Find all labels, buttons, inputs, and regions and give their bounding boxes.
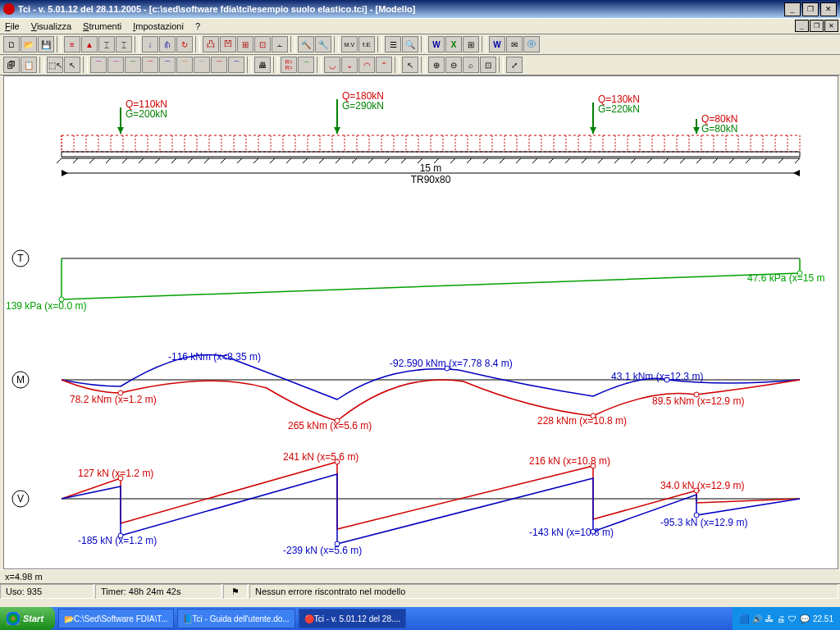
taskbar: Start 📂 C:\Sed\Software FDIA\T... 📘 Tci … — [0, 607, 840, 630]
new-button[interactable]: 🗋 — [3, 36, 20, 52]
svg-text:34.0 kN (x=12.9 m): 34.0 kN (x=12.9 m) — [660, 480, 744, 491]
diag-7-icon[interactable]: ⌒ — [194, 57, 210, 73]
print-icon[interactable]: 🖶 — [254, 57, 271, 73]
svg-text:78.2 kNm (x=1.2 m): 78.2 kNm (x=1.2 m) — [70, 394, 157, 405]
close-button[interactable]: ✕ — [820, 2, 837, 16]
svg-text:47.6 kPa (x=15 m: 47.6 kPa (x=15 m — [747, 272, 824, 284]
diag-6-icon[interactable]: ⌒ — [176, 57, 193, 73]
curve3-icon[interactable]: ◠ — [358, 57, 375, 73]
minimize-button[interactable]: _ — [784, 2, 801, 16]
pointer-icon[interactable]: ↖ — [64, 57, 80, 73]
tray-icon[interactable]: 🔊 — [752, 614, 762, 623]
tool-mv-icon[interactable]: M.V — [341, 36, 358, 52]
curve2-icon[interactable]: ⌄ — [341, 57, 358, 73]
diag-m-icon[interactable]: ⌒ — [125, 57, 141, 73]
tool-table-icon[interactable]: ☰ — [385, 36, 401, 52]
svg-text:139 kPa (x=0.0 m): 139 kPa (x=0.0 m) — [6, 300, 86, 312]
zoom-extent-icon[interactable]: ⊡ — [480, 57, 496, 73]
copy-button[interactable]: 🗐 — [3, 57, 20, 73]
tool-word1-icon[interactable]: W — [428, 36, 445, 52]
menu-impostazioni[interactable]: Impostazioni — [133, 21, 184, 31]
toolbar-main: 🗋 📂 💾 ≡ ▲ ⌶ ⌶ ↓ ⫛ ↻ 凸 凹 ⊞ ⊡ ⫠ 🔨 🔧 M.V f.… — [0, 34, 840, 55]
tray-icon[interactable]: 💬 — [800, 614, 810, 623]
toolbar-view: 🗐 📋 ⬚↖ ↖ ⌒ ⌒ ⌒ ⌒ ⌒ ⌒ ⌒ ⌒ ⌒ 🖶 R=R= ⌒ ◡ ⌄ … — [0, 55, 840, 75]
paste-button[interactable]: 📋 — [21, 57, 37, 73]
model-canvas[interactable]: 15 m TR90x80 Q=110kN G=200kN Q=180kN G=2… — [3, 75, 838, 569]
beam-schema: 15 m TR90x80 Q=110kN G=200kN Q=180kN G=2… — [57, 90, 800, 185]
svg-text:228 kNm (x=10.8 m): 228 kNm (x=10.8 m) — [537, 415, 627, 427]
taskbar-item-tci[interactable]: 🔴 Tci - v. 5.01.12 del 28.... — [299, 609, 406, 628]
reset-r-icon[interactable]: R=R= — [281, 57, 297, 73]
reset-g-icon[interactable]: ⌒ — [298, 57, 314, 73]
tool-b-icon[interactable]: 凹 — [220, 36, 236, 52]
save-button[interactable]: 💾 — [38, 36, 54, 52]
diag-5-icon[interactable]: ⌒ — [159, 57, 176, 73]
beam-length-label: 15 m — [420, 162, 442, 174]
menubar: File Visualizza Strumenti Impostazioni ?… — [0, 18, 840, 34]
tray-clock[interactable]: 22.51 — [813, 614, 833, 623]
svg-text:216 kN (x=10.8 m): 216 kN (x=10.8 m) — [529, 455, 610, 467]
svg-text:127 kN (x=1.2 m): 127 kN (x=1.2 m) — [78, 468, 153, 479]
pointer2-icon[interactable]: ↖ — [402, 57, 418, 73]
status-uso: Uso: 935 — [0, 584, 94, 599]
diagram-M: M 78.2 kNm (x=1.2 m) -116 kNm (x=3.35 m)… — [12, 351, 800, 431]
system-tray[interactable]: 🟦 🔊 🖧 🖨 🛡 💬 22.51 — [733, 607, 840, 630]
tool-text-icon[interactable]: ⌶ — [116, 36, 132, 52]
tool-grid-icon[interactable]: ⊞ — [463, 36, 479, 52]
zoom-out-icon[interactable]: ⊖ — [445, 57, 462, 73]
tool-d-icon[interactable]: ⊡ — [254, 36, 271, 52]
tray-icon[interactable]: 🛡 — [788, 614, 797, 623]
menu-help[interactable]: ? — [195, 21, 200, 31]
window-title: Tci - v. 5.01.12 del 28.11.2005 - [c:\se… — [18, 4, 784, 14]
zoom-window-icon[interactable]: ⌕ — [463, 57, 479, 73]
diag-t-icon[interactable]: ⌒ — [107, 57, 124, 73]
diag-8-icon[interactable]: ⌒ — [211, 57, 227, 73]
tool-hammer-icon[interactable]: 🔨 — [298, 36, 314, 52]
taskbar-item-explorer[interactable]: 📂 C:\Sed\Software FDIA\T... — [58, 609, 173, 628]
taskbar-item-word[interactable]: 📘 Tci - Guida dell'utente.do... — [177, 609, 295, 628]
beam-section-label: TR90x80 — [411, 174, 451, 185]
tool-mail-icon[interactable]: ✉ — [506, 36, 523, 52]
mdi-close-button[interactable]: ✕ — [824, 20, 838, 32]
tool-word2-icon[interactable]: W — [489, 36, 505, 52]
menu-strumenti[interactable]: Strumenti — [83, 21, 121, 31]
tool-wrench-icon[interactable]: 🔧 — [315, 36, 331, 52]
tool-fe-icon[interactable]: f.E — [358, 36, 375, 52]
tool-a-icon[interactable]: 凸 — [203, 36, 219, 52]
load-1: Q=110kN G=200kN — [117, 98, 167, 134]
svg-text:43.1 kNm (x=12.3 m): 43.1 kNm (x=12.3 m) — [611, 371, 703, 382]
tool-dim-icon[interactable]: ⌶ — [98, 36, 115, 52]
tray-icon[interactable]: 🖨 — [777, 614, 785, 623]
curve1-icon[interactable]: ◡ — [324, 57, 340, 73]
diag-n-icon[interactable]: ⌒ — [90, 57, 107, 73]
zoom-fit-icon[interactable]: ⤢ — [506, 57, 523, 73]
menu-file[interactable]: File — [5, 21, 20, 31]
mdi-restore-button[interactable]: ❐ — [810, 20, 824, 32]
tool-beam-icon[interactable]: ≡ — [64, 36, 80, 52]
tool-e-icon[interactable]: ⫠ — [272, 36, 288, 52]
curve4-icon[interactable]: ⌃ — [376, 57, 392, 73]
pointer-dashed-icon[interactable]: ⬚↖ — [47, 57, 63, 73]
diagram-T: T 139 kPa (x=0.0 m) 47.6 kPa (x=15 m — [6, 250, 824, 312]
tool-support-icon[interactable]: ▲ — [81, 36, 98, 52]
open-button[interactable]: 📂 — [21, 36, 37, 52]
svg-text:-143 kN (x=10.8 m): -143 kN (x=10.8 m) — [529, 527, 614, 538]
mdi-minimize-button[interactable]: _ — [795, 20, 809, 32]
tool-load-moment-icon[interactable]: ↻ — [176, 36, 193, 52]
start-button[interactable]: Start — [0, 607, 55, 630]
tool-excel-icon[interactable]: X — [445, 36, 462, 52]
tool-c-icon[interactable]: ⊞ — [237, 36, 253, 52]
tool-zoom-icon[interactable]: 🔍 — [402, 36, 418, 52]
tray-icon[interactable]: 🟦 — [739, 614, 749, 623]
svg-text:T: T — [17, 253, 24, 264]
zoom-in-icon[interactable]: ⊕ — [428, 57, 445, 73]
tool-web-icon[interactable]: ⓔ — [523, 36, 540, 52]
tray-icon[interactable]: 🖧 — [765, 614, 774, 623]
maximize-button[interactable]: ❐ — [802, 2, 819, 16]
status-timer: Timer: 48h 24m 42s — [95, 584, 221, 599]
menu-visualizza[interactable]: Visualizza — [31, 21, 71, 31]
diag-v-icon[interactable]: ⌒ — [142, 57, 158, 73]
tool-load-point-icon[interactable]: ↓ — [142, 36, 158, 52]
tool-load-dist-icon[interactable]: ⫛ — [159, 36, 176, 52]
diag-9-icon[interactable]: ⌒ — [228, 57, 244, 73]
